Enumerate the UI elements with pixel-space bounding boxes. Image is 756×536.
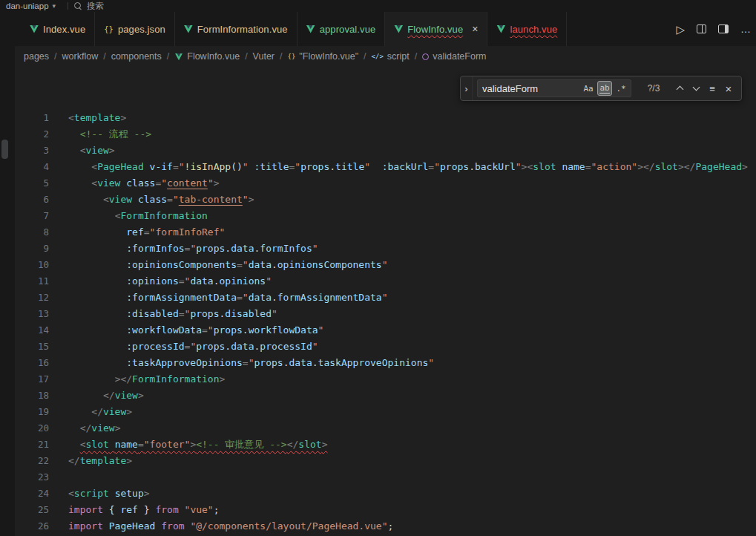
run-button[interactable]: ▷ <box>676 24 685 35</box>
code-line: 9 :formInfos="props.data.formInfos" <box>15 241 756 257</box>
breadcrumb-item-script[interactable]: </>script <box>372 51 410 62</box>
code-token: view <box>91 422 114 434</box>
breadcrumb: pages/workflow/components/FlowInfo.vue/V… <box>15 46 756 67</box>
code-token: > <box>249 194 254 205</box>
regex-toggle[interactable]: .* <box>614 81 628 96</box>
code-token: "footer" <box>144 439 191 450</box>
tab-FormInformation.vue[interactable]: FormInformation.vue <box>175 12 298 46</box>
breadcrumb-item-FlowInfo.vue[interactable]: FlowInfo.vue <box>174 51 240 62</box>
match-case-toggle[interactable]: Aa <box>581 81 596 96</box>
code-token: > <box>120 112 126 123</box>
editor-pane[interactable]: › validateForm Aa ab .* ?/3 ≡ × 1<templa… <box>15 67 756 536</box>
code-token: " <box>428 357 434 368</box>
find-results-count: ?/3 <box>643 83 664 94</box>
find-input[interactable]: validateForm Aa ab .* <box>477 79 631 97</box>
line-number: 21 <box>15 437 49 453</box>
code-token: " <box>208 177 214 189</box>
breadcrumb-item-validateForm[interactable]: validateForm <box>422 51 486 62</box>
code-area[interactable]: 1<template>2 <!-- 流程 -->3 <view>4 <PageH… <box>15 67 756 535</box>
titlebar-search[interactable]: 搜索 <box>74 1 104 12</box>
code-token: data <box>289 357 312 368</box>
more-actions-button[interactable]: … <box>740 23 752 35</box>
code-token <box>249 161 254 172</box>
code-token: ></ <box>115 373 132 385</box>
code-line: 19 </view> <box>15 404 756 420</box>
whole-word-toggle[interactable]: ab <box>597 81 612 96</box>
close-find-button[interactable]: × <box>720 80 737 97</box>
chevron-down-icon: ▾ <box>53 2 56 10</box>
code-token: data <box>249 292 272 303</box>
code-token: import <box>68 520 103 532</box>
breadcrumb-item-Vuter[interactable]: Vuter <box>253 51 275 62</box>
code-token: " <box>179 161 185 172</box>
project-menu[interactable]: dan-uniapp ▾ <box>0 0 62 12</box>
code-token: :processId <box>126 341 184 352</box>
breadcrumb-item-FlowInfo.vue[interactable]: {}"FlowInfo.vue" <box>288 51 359 62</box>
code-token: :backUrl <box>382 161 429 172</box>
find-expand-toggle[interactable]: › <box>461 76 473 100</box>
breadcrumb-item-components[interactable]: components <box>111 51 162 62</box>
line-number: 6 <box>15 192 49 208</box>
code-token: FormInformation <box>132 373 219 385</box>
code-token: slot <box>85 439 108 450</box>
breadcrumb-item-pages[interactable]: pages <box>24 51 49 62</box>
previous-match-button[interactable] <box>671 80 688 97</box>
code-token: " <box>161 177 167 189</box>
code-token: " <box>295 161 300 172</box>
code-token: > <box>126 406 132 417</box>
code-token: ></ <box>678 161 695 172</box>
tab-label: FormInformation.vue <box>197 24 288 35</box>
chevron-up-icon <box>676 86 683 94</box>
search-icon <box>74 2 82 10</box>
line-number: 15 <box>15 339 49 355</box>
line-number: 19 <box>15 404 49 420</box>
code-token: props <box>440 161 469 172</box>
next-match-button[interactable] <box>688 80 704 97</box>
code-token: > <box>220 373 226 385</box>
line-number: 24 <box>15 486 49 502</box>
left-sidebar-strip <box>0 12 15 536</box>
find-in-selection-button[interactable]: ≡ <box>704 80 720 97</box>
code-token: " <box>266 275 272 287</box>
breadcrumb-separator: / <box>280 51 282 62</box>
code-token: " <box>243 292 249 303</box>
split-editor-button[interactable] <box>697 24 706 33</box>
tab-pages.json[interactable]: {}pages.json <box>95 12 175 46</box>
code-token: </ <box>287 439 299 450</box>
code-token: view <box>115 390 138 401</box>
line-number: 12 <box>15 290 49 306</box>
code-token: = <box>237 292 243 303</box>
breadcrumb-separator: / <box>54 51 56 62</box>
line-number: 5 <box>15 175 49 192</box>
code-token: > <box>138 390 144 401</box>
line-number: 23 <box>15 469 49 486</box>
code-token: :opinions <box>126 275 178 287</box>
tab-FlowInfo.vue[interactable]: FlowInfo.vue× <box>385 12 487 46</box>
line-number: 10 <box>15 257 49 273</box>
code-token: :opinionsComponents <box>126 259 237 270</box>
tab-approval.vue[interactable]: approval.vue <box>298 12 386 46</box>
code-token: { <box>103 504 120 515</box>
code-token: <!-- 流程 --> <box>80 128 151 140</box>
code-token: from <box>161 520 184 532</box>
tab-Index.vue[interactable]: Index.vue <box>21 12 95 46</box>
layout-button[interactable] <box>718 24 729 33</box>
code-token: > <box>214 177 220 189</box>
tab-launch.vue[interactable]: launch.vue <box>487 12 567 46</box>
code-token: script <box>74 488 109 499</box>
code-token: view <box>97 177 120 189</box>
vue-file-icon <box>30 25 39 33</box>
chevron-down-icon <box>692 84 700 91</box>
code-line: 14 :workflowData="props.workflowData" <box>15 322 756 339</box>
code-token: props <box>196 341 225 352</box>
code-token <box>68 210 115 221</box>
breadcrumb-item-workflow[interactable]: workflow <box>62 51 99 62</box>
code-token: } <box>138 504 155 515</box>
code-token: from <box>155 504 178 515</box>
code-token: backUrl <box>475 161 516 172</box>
sidebar-drag-handle[interactable] <box>1 140 8 159</box>
vue-file-icon <box>496 25 505 33</box>
code-token: = <box>138 439 144 450</box>
close-icon[interactable]: × <box>472 24 478 34</box>
code-token: = <box>179 308 185 319</box>
